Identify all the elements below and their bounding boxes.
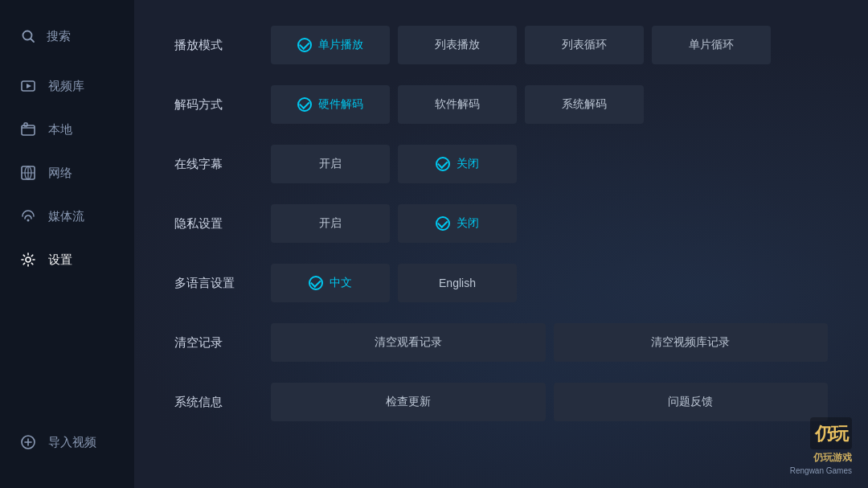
option-list-play[interactable]: 列表播放 (398, 26, 517, 64)
decode-mode-options: 硬件解码 软件解码 系统解码 (271, 85, 828, 124)
option-label: 检查更新 (386, 395, 431, 409)
search-item[interactable]: 搜索 (0, 16, 134, 56)
option-label: 硬件解码 (318, 97, 363, 112)
settings-icon (19, 251, 37, 269)
clear-history-row: 清空记录 清空观看记录 清空视频库记录 (174, 322, 828, 363)
option-label: 中文 (330, 276, 352, 290)
playback-mode-options: 单片播放 列表播放 列表循环 单片循环 (271, 26, 828, 64)
online-subtitle-label: 在线字幕 (174, 157, 271, 172)
sidebar-item-local[interactable]: 本地 (0, 108, 134, 151)
brand-name: 仍玩游戏 (813, 451, 852, 465)
local-icon (19, 121, 37, 138)
privacy-label: 隐私设置 (174, 216, 271, 232)
playback-mode-row: 播放模式 单片播放 列表播放 列表循环 单片循环 (174, 24, 828, 66)
option-label: 关闭 (457, 157, 479, 171)
option-label: 开启 (319, 216, 342, 231)
svg-line-1 (31, 39, 35, 43)
svg-point-8 (27, 219, 30, 222)
option-privacy-on[interactable]: 开启 (271, 204, 390, 243)
option-label: 开启 (319, 157, 342, 171)
system-info-row: 系统信息 检查更新 问题反馈 (174, 381, 828, 423)
svg-text:仍: 仍 (814, 424, 833, 444)
check-icon (309, 276, 323, 290)
language-options: 中文 English (271, 264, 828, 302)
language-row: 多语言设置 中文 English (174, 262, 828, 304)
svg-marker-3 (27, 84, 31, 88)
option-feedback[interactable]: 问题反馈 (554, 383, 829, 421)
option-privacy-off[interactable]: 关闭 (398, 204, 517, 243)
option-lang-english[interactable]: English (398, 264, 517, 302)
option-subtitle-on[interactable]: 开启 (271, 145, 390, 183)
privacy-row: 隐私设置 开启 关闭 (174, 203, 828, 244)
option-label: 问题反馈 (668, 395, 713, 409)
language-label: 多语言设置 (174, 276, 271, 291)
main-content: 播放模式 单片播放 列表播放 列表循环 单片循环 解码方式 (134, 0, 868, 488)
option-label: 列表循环 (562, 38, 607, 52)
sidebar-item-settings[interactable]: 设置 (0, 238, 134, 281)
sidebar-item-import[interactable]: 导入视频 (0, 420, 134, 464)
brand-logo-icon: 仍 玩 (810, 417, 852, 449)
sidebar-item-network[interactable]: 网络 (0, 151, 134, 195)
sidebar-item-label: 导入视频 (48, 435, 96, 450)
option-sw-decode[interactable]: 软件解码 (398, 85, 517, 124)
option-label: 单片循环 (689, 38, 734, 52)
sidebar-item-video-library[interactable]: 视频库 (0, 64, 134, 108)
decode-mode-row: 解码方式 硬件解码 软件解码 系统解码 (174, 84, 828, 125)
check-icon (436, 157, 450, 171)
privacy-options: 开启 关闭 (271, 204, 828, 243)
sidebar-item-label: 视频库 (48, 79, 84, 94)
online-subtitle-row: 在线字幕 开启 关闭 (174, 143, 828, 185)
option-hw-decode[interactable]: 硬件解码 (271, 85, 390, 124)
option-label: 关闭 (457, 216, 479, 231)
check-icon (297, 38, 312, 52)
svg-point-9 (26, 257, 31, 262)
svg-text:玩: 玩 (830, 424, 850, 444)
option-label: 系统解码 (562, 97, 607, 112)
system-info-label: 系统信息 (174, 395, 271, 410)
network-icon (19, 164, 37, 182)
sidebar-item-stream[interactable]: 媒体流 (0, 195, 134, 238)
svg-point-0 (23, 31, 32, 40)
option-label: English (439, 277, 476, 289)
system-info-options: 检查更新 问题反馈 (271, 383, 828, 421)
option-label: 列表播放 (435, 38, 480, 52)
playback-mode-label: 播放模式 (174, 38, 271, 53)
import-icon (19, 433, 37, 451)
option-label: 清空观看记录 (375, 335, 442, 350)
sidebar-item-label: 设置 (48, 252, 72, 268)
stream-icon (19, 207, 37, 225)
check-icon (297, 97, 312, 112)
brand-sub: Rengwan Games (790, 466, 852, 475)
svg-rect-4 (22, 125, 35, 135)
sidebar: 搜索 视频库 (0, 0, 134, 488)
app-container: 搜索 视频库 (0, 0, 868, 488)
option-single-loop[interactable]: 单片循环 (652, 26, 771, 64)
sidebar-nav: 视频库 本地 (0, 64, 134, 412)
option-lang-chinese[interactable]: 中文 (271, 264, 390, 302)
brand-watermark: 仍 玩 仍玩游戏 Rengwan Games (790, 417, 852, 475)
search-icon (19, 27, 37, 45)
sidebar-item-label: 网络 (48, 166, 72, 181)
online-subtitle-options: 开启 关闭 (271, 145, 828, 183)
option-label: 软件解码 (435, 97, 480, 112)
sidebar-item-label: 本地 (48, 122, 72, 137)
option-clear-watch[interactable]: 清空观看记录 (271, 323, 546, 362)
clear-history-label: 清空记录 (174, 335, 271, 351)
clear-history-options: 清空观看记录 清空视频库记录 (271, 323, 828, 362)
svg-rect-5 (24, 123, 27, 126)
option-sys-decode[interactable]: 系统解码 (525, 85, 644, 124)
option-label: 清空视频库记录 (651, 335, 730, 350)
option-list-loop[interactable]: 列表循环 (525, 26, 644, 64)
check-icon (436, 216, 450, 231)
search-label: 搜索 (47, 29, 71, 44)
sidebar-bottom: 导入视频 (0, 412, 134, 472)
sidebar-item-label: 媒体流 (48, 209, 84, 224)
option-subtitle-off[interactable]: 关闭 (398, 145, 517, 183)
option-label: 单片播放 (318, 38, 363, 52)
option-single-play[interactable]: 单片播放 (271, 26, 390, 64)
option-clear-library[interactable]: 清空视频库记录 (554, 323, 829, 362)
video-library-icon (19, 77, 37, 95)
decode-mode-label: 解码方式 (174, 97, 271, 113)
option-check-update[interactable]: 检查更新 (271, 383, 546, 421)
